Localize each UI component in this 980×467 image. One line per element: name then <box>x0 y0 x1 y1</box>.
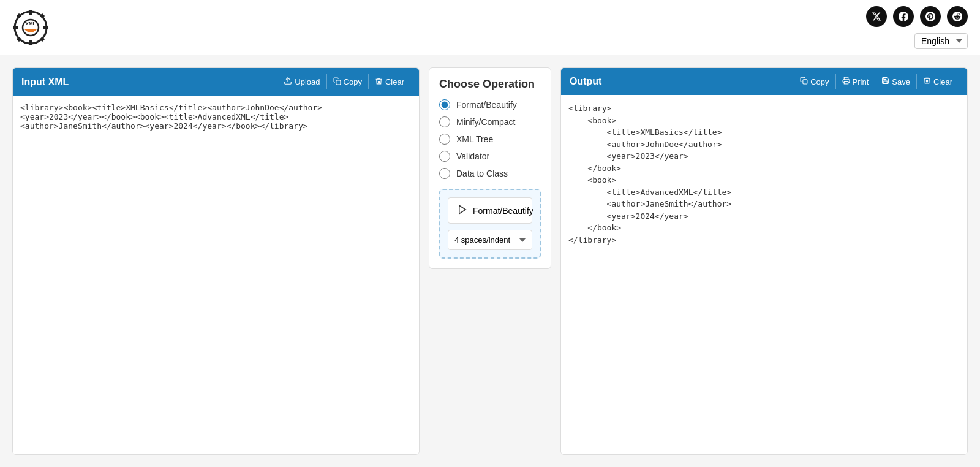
print-button[interactable]: Print <box>835 74 875 89</box>
svg-rect-3 <box>29 40 32 45</box>
upload-icon <box>284 77 292 87</box>
radio-datatoclass-label: Data to Class <box>456 169 508 178</box>
choose-operation-title: Choose Operation <box>439 78 541 91</box>
svg-rect-4 <box>13 26 18 29</box>
action-box: Format/Beautify 2 spaces/indent 4 spaces… <box>439 189 541 259</box>
print-label: Print <box>853 77 869 86</box>
main-content: Input XML Upload Copy <box>0 55 980 467</box>
header-right: English Spanish French German <box>866 6 968 49</box>
input-panel-actions: Upload Copy Clear <box>277 74 410 89</box>
language-selector[interactable]: English Spanish French German <box>914 33 968 49</box>
radio-minify-input[interactable] <box>439 116 450 127</box>
print-icon <box>842 77 850 86</box>
radio-validator[interactable]: Validator <box>439 151 541 162</box>
save-label: Save <box>892 77 910 86</box>
output-panel-title: Output <box>570 76 601 87</box>
output-copy-icon <box>800 77 808 86</box>
save-button[interactable]: Save <box>875 74 916 89</box>
beautify-button[interactable]: Format/Beautify <box>448 197 532 224</box>
input-copy-label: Copy <box>344 77 362 86</box>
radio-datatoclass-input[interactable] <box>439 168 450 179</box>
svg-marker-13 <box>459 205 466 214</box>
upload-label: Upload <box>295 77 320 86</box>
social-icons <box>866 6 968 27</box>
svg-rect-5 <box>43 26 48 29</box>
radio-minify[interactable]: Minify/Compact <box>439 116 541 127</box>
radio-validator-label: Validator <box>456 151 489 161</box>
input-clear-icon <box>375 77 383 87</box>
output-clear-icon <box>923 77 931 86</box>
output-clear-button[interactable]: Clear <box>916 74 959 89</box>
choose-operation-panel: Choose Operation Format/Beautify Minify/… <box>429 67 551 269</box>
output-text: <library> <book> <title>XMLBasics</title… <box>568 102 960 246</box>
radio-tree-label: XML Tree <box>456 134 493 144</box>
input-panel-header: Input XML Upload Copy <box>13 68 419 96</box>
operation-radio-group: Format/Beautify Minify/Compact XML Tree … <box>439 99 541 179</box>
logo-container: XML <box>12 9 49 46</box>
radio-tree[interactable]: XML Tree <box>439 134 541 145</box>
middle-panel: Choose Operation Format/Beautify Minify/… <box>429 67 551 455</box>
output-copy-button[interactable]: Copy <box>794 74 835 89</box>
twitter-icon[interactable] <box>866 6 887 27</box>
radio-format-label: Format/Beautify <box>456 100 517 110</box>
output-copy-label: Copy <box>810 77 829 86</box>
input-panel-title: Input XML <box>21 77 69 88</box>
svg-rect-14 <box>803 80 807 84</box>
reddit-icon[interactable] <box>947 6 968 27</box>
radio-validator-input[interactable] <box>439 151 450 162</box>
input-clear-button[interactable]: Clear <box>368 74 410 89</box>
radio-datatoclass[interactable]: Data to Class <box>439 168 541 179</box>
input-content-area[interactable]: <library><book><title>XMLBasics</title><… <box>13 96 419 454</box>
pinterest-icon[interactable] <box>920 6 941 27</box>
output-clear-label: Clear <box>933 77 952 86</box>
save-icon <box>881 77 889 86</box>
radio-minify-label: Minify/Compact <box>456 117 515 127</box>
input-panel: Input XML Upload Copy <box>12 67 420 455</box>
indent-select[interactable]: 2 spaces/indent 4 spaces/indent Tab/inde… <box>448 230 532 250</box>
language-select[interactable]: English Spanish French German <box>914 33 968 49</box>
svg-rect-12 <box>336 80 340 84</box>
radio-format[interactable]: Format/Beautify <box>439 99 541 110</box>
output-panel-actions: Copy Print Save <box>794 74 959 89</box>
logo-icon: XML <box>12 9 49 46</box>
radio-tree-input[interactable] <box>439 134 450 145</box>
facebook-icon[interactable] <box>893 6 914 27</box>
output-panel-header: Output Copy Print <box>561 68 967 95</box>
radio-format-input[interactable] <box>439 99 450 110</box>
input-textarea[interactable]: <library><book><title>XMLBasics</title><… <box>20 103 412 447</box>
header: XML English Spanish French G <box>0 0 980 55</box>
input-clear-label: Clear <box>385 77 404 86</box>
svg-rect-15 <box>844 82 848 84</box>
output-panel: Output Copy Print <box>560 67 968 455</box>
beautify-icon <box>457 204 468 217</box>
svg-text:XML: XML <box>26 21 36 26</box>
input-copy-icon <box>333 77 341 87</box>
svg-rect-2 <box>29 10 32 15</box>
output-content-area: <library> <book> <title>XMLBasics</title… <box>561 95 967 454</box>
input-copy-button[interactable]: Copy <box>326 74 368 89</box>
beautify-label: Format/Beautify <box>473 206 533 216</box>
upload-button[interactable]: Upload <box>277 74 326 89</box>
